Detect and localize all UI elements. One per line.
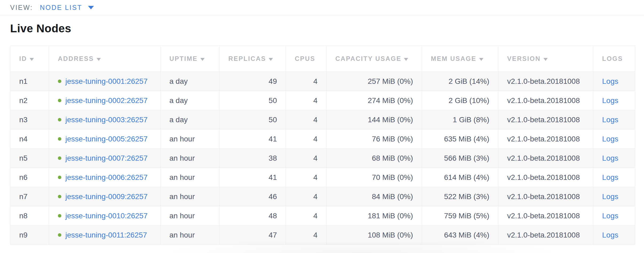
cell-id: n9 bbox=[10, 226, 49, 245]
live-nodes-table: IDADDRESSUPTIMEREPLICASCPUSCAPACITY USAG… bbox=[10, 46, 635, 245]
column-header-uptime[interactable]: UPTIME bbox=[161, 46, 220, 72]
cell-address: jesse-tuning-0001:26257 bbox=[49, 72, 161, 91]
cell-uptime: a day bbox=[161, 110, 220, 129]
cell-capacity: 70 MiB (0%) bbox=[327, 168, 422, 187]
node-healthy-dot-icon bbox=[58, 233, 61, 237]
cell-mem: 2 GiB (14%) bbox=[422, 72, 498, 91]
column-header-logs: LOGS bbox=[593, 46, 635, 72]
node-healthy-dot-icon bbox=[58, 99, 61, 102]
table-header-row: IDADDRESSUPTIMEREPLICASCPUSCAPACITY USAG… bbox=[10, 46, 635, 72]
node-address-link[interactable]: jesse-tuning-0007:26257 bbox=[65, 154, 148, 162]
cell-replicas: 48 bbox=[220, 206, 286, 226]
column-header-label: REPLICAS bbox=[228, 55, 266, 62]
cell-cpus: 4 bbox=[286, 226, 327, 245]
node-healthy-dot-icon bbox=[58, 137, 61, 141]
view-selector-bar: VIEW: NODE LIST bbox=[0, 0, 644, 15]
column-header-replicas[interactable]: REPLICAS bbox=[220, 46, 286, 72]
column-header-label: ID bbox=[19, 55, 27, 62]
column-header-address[interactable]: ADDRESS bbox=[49, 46, 161, 72]
node-healthy-dot-icon bbox=[58, 214, 61, 218]
table-row: n9jesse-tuning-0011:26257an hour474108 M… bbox=[10, 226, 635, 245]
cell-address: jesse-tuning-0009:26257 bbox=[49, 187, 161, 206]
table-row: n6jesse-tuning-0006:26257an hour41470 Mi… bbox=[10, 168, 635, 187]
cell-capacity: 181 MiB (0%) bbox=[327, 206, 422, 226]
logs-link[interactable]: Logs bbox=[602, 173, 618, 181]
cell-mem: 522 MiB (3%) bbox=[422, 187, 498, 206]
column-header-capacity[interactable]: CAPACITY USAGE bbox=[327, 46, 422, 72]
logs-link[interactable]: Logs bbox=[602, 77, 618, 85]
cell-version: v2.1.0-beta.20181008 bbox=[498, 72, 593, 91]
table-row: n1jesse-tuning-0001:26257a day494257 MiB… bbox=[10, 72, 635, 91]
cell-uptime: an hour bbox=[161, 149, 220, 168]
node-address-link[interactable]: jesse-tuning-0009:26257 bbox=[65, 192, 148, 201]
sort-desc-icon bbox=[30, 58, 34, 61]
cell-version: v2.1.0-beta.20181008 bbox=[498, 129, 593, 149]
cell-cpus: 4 bbox=[286, 91, 327, 110]
cell-address: jesse-tuning-0006:26257 bbox=[49, 168, 161, 187]
cell-replicas: 41 bbox=[220, 168, 286, 187]
column-header-version[interactable]: VERSION bbox=[498, 46, 593, 72]
node-address-link[interactable]: jesse-tuning-0005:26257 bbox=[65, 135, 148, 143]
node-address-link[interactable]: jesse-tuning-0001:26257 bbox=[65, 77, 148, 85]
column-header-id[interactable]: ID bbox=[10, 46, 49, 72]
cell-replicas: 38 bbox=[220, 149, 286, 168]
table-row: n3jesse-tuning-0003:26257a day504144 MiB… bbox=[10, 110, 635, 129]
node-address-link[interactable]: jesse-tuning-0006:26257 bbox=[65, 173, 148, 181]
cell-mem: 635 MiB (4%) bbox=[422, 129, 498, 149]
cell-mem: 643 MiB (4%) bbox=[422, 226, 498, 245]
cell-uptime: a day bbox=[161, 91, 220, 110]
node-address-link[interactable]: jesse-tuning-0002:26257 bbox=[65, 96, 148, 105]
cell-capacity: 274 MiB (0%) bbox=[327, 91, 422, 110]
cell-capacity: 68 MiB (0%) bbox=[327, 149, 422, 168]
node-healthy-dot-icon bbox=[58, 118, 61, 121]
sort-desc-icon bbox=[269, 58, 273, 61]
node-address-link[interactable]: jesse-tuning-0011:26257 bbox=[65, 231, 147, 239]
logs-link[interactable]: Logs bbox=[602, 154, 618, 162]
logs-link[interactable]: Logs bbox=[602, 231, 618, 239]
logs-link[interactable]: Logs bbox=[602, 96, 618, 105]
table-row: n8jesse-tuning-0010:26257an hour484181 M… bbox=[10, 206, 635, 226]
main-content: Live Nodes IDADDRESSUPTIMEREPLICASCPUSCA… bbox=[0, 22, 644, 245]
cell-address: jesse-tuning-0010:26257 bbox=[49, 206, 161, 226]
cell-uptime: an hour bbox=[161, 187, 220, 206]
node-address-link[interactable]: jesse-tuning-0003:26257 bbox=[65, 116, 148, 124]
cell-id: n5 bbox=[10, 149, 49, 168]
cell-version: v2.1.0-beta.20181008 bbox=[498, 110, 593, 129]
logs-link[interactable]: Logs bbox=[602, 135, 618, 143]
logs-link[interactable]: Logs bbox=[602, 192, 618, 201]
cell-version: v2.1.0-beta.20181008 bbox=[498, 168, 593, 187]
view-dropdown[interactable]: NODE LIST bbox=[40, 4, 94, 11]
column-header-label: LOGS bbox=[602, 55, 623, 62]
cell-logs: Logs bbox=[593, 129, 635, 149]
cell-logs: Logs bbox=[593, 168, 635, 187]
column-header-label: CPUS bbox=[295, 55, 315, 62]
sort-desc-icon bbox=[97, 58, 101, 61]
cell-capacity: 257 MiB (0%) bbox=[327, 72, 422, 91]
column-header-label: MEM USAGE bbox=[431, 55, 476, 62]
cell-mem: 2 GiB (10%) bbox=[422, 91, 498, 110]
cell-capacity: 84 MiB (0%) bbox=[327, 187, 422, 206]
cell-address: jesse-tuning-0005:26257 bbox=[49, 129, 161, 149]
sort-desc-icon bbox=[543, 58, 548, 61]
cell-uptime: an hour bbox=[161, 206, 220, 226]
cell-replicas: 47 bbox=[220, 226, 286, 245]
cell-replicas: 50 bbox=[220, 110, 286, 129]
cell-cpus: 4 bbox=[286, 149, 327, 168]
cell-logs: Logs bbox=[593, 72, 635, 91]
column-header-label: VERSION bbox=[507, 55, 541, 62]
node-healthy-dot-icon bbox=[58, 80, 61, 83]
cell-capacity: 108 MiB (0%) bbox=[327, 226, 422, 245]
cell-logs: Logs bbox=[593, 110, 635, 129]
cell-cpus: 4 bbox=[286, 187, 327, 206]
cell-capacity: 76 MiB (0%) bbox=[327, 129, 422, 149]
page-title: Live Nodes bbox=[10, 22, 634, 35]
cell-id: n7 bbox=[10, 187, 49, 206]
view-label: VIEW: bbox=[10, 4, 33, 11]
logs-link[interactable]: Logs bbox=[602, 116, 618, 124]
logs-link[interactable]: Logs bbox=[602, 212, 618, 220]
cell-mem: 566 MiB (3%) bbox=[422, 149, 498, 168]
column-header-mem[interactable]: MEM USAGE bbox=[422, 46, 498, 72]
node-address-link[interactable]: jesse-tuning-0010:26257 bbox=[65, 212, 148, 220]
cell-logs: Logs bbox=[593, 187, 635, 206]
table-head: IDADDRESSUPTIMEREPLICASCPUSCAPACITY USAG… bbox=[10, 46, 635, 72]
